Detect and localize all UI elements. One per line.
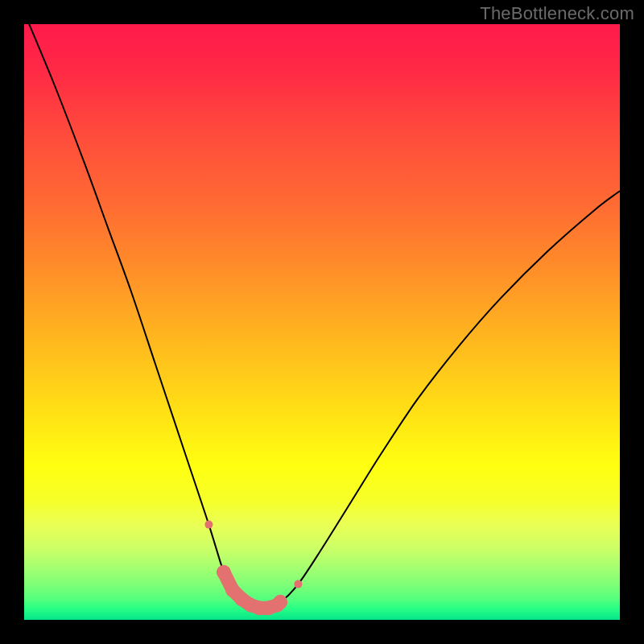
- optimum-markers: [204, 521, 302, 616]
- chart-frame: TheBottleneck.com: [0, 0, 644, 644]
- optimum-marker: [294, 580, 302, 588]
- optimum-marker: [204, 521, 213, 529]
- optimum-marker: [273, 595, 287, 609]
- bottleneck-curve: [24, 24, 620, 609]
- optimum-marker: [217, 565, 231, 580]
- plot-area: [24, 24, 620, 620]
- watermark-label: TheBottleneck.com: [480, 3, 634, 24]
- curve-svg: [24, 24, 620, 620]
